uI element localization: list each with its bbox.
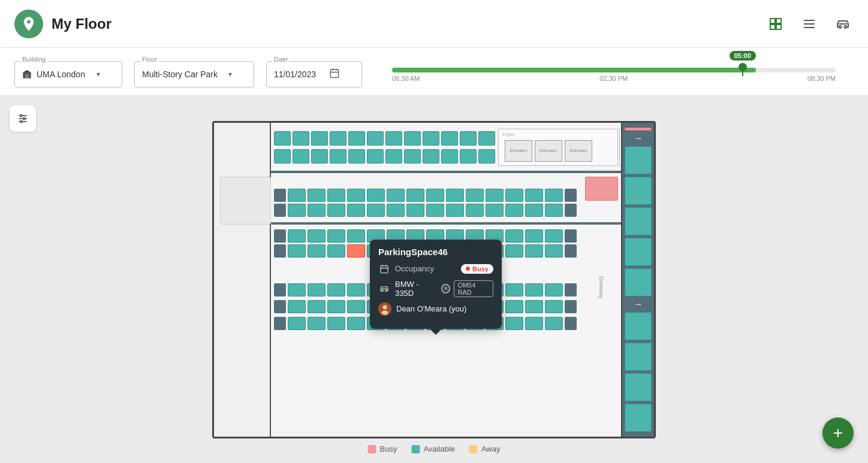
parking-space[interactable] (505, 317, 523, 330)
parking-space[interactable] (308, 244, 326, 258)
right-space[interactable] (625, 312, 652, 340)
parking-space[interactable] (293, 149, 309, 164)
parking-space-46[interactable] (347, 244, 365, 258)
parking-space[interactable] (466, 189, 484, 202)
parking-space[interactable] (426, 204, 444, 217)
parking-space[interactable] (505, 229, 523, 243)
parking-space[interactable] (545, 300, 563, 313)
parking-space[interactable] (347, 300, 365, 313)
right-space[interactable] (625, 207, 652, 235)
parking-space[interactable] (525, 300, 543, 313)
parking-space[interactable] (308, 229, 326, 243)
parking-space[interactable] (274, 149, 291, 164)
parking-space[interactable] (525, 283, 543, 296)
parking-space[interactable] (478, 131, 495, 146)
parking-space[interactable] (367, 189, 385, 202)
parking-space-busy-top[interactable] (585, 177, 618, 201)
parking-space[interactable] (348, 149, 365, 164)
right-space[interactable] (625, 373, 652, 401)
parking-space[interactable] (308, 317, 326, 330)
right-space[interactable] (625, 343, 652, 371)
parking-space[interactable] (406, 204, 424, 217)
parking-space[interactable] (347, 189, 365, 202)
parking-space[interactable] (446, 204, 464, 217)
parking-space[interactable] (347, 229, 365, 243)
parking-space[interactable] (423, 149, 439, 164)
parking-space[interactable] (347, 317, 365, 330)
parking-space[interactable] (288, 204, 306, 217)
parking-space[interactable] (406, 189, 424, 202)
parking-space[interactable] (308, 189, 326, 202)
parking-space[interactable] (274, 131, 291, 146)
parking-space[interactable] (478, 149, 495, 164)
parking-space[interactable] (505, 204, 523, 217)
parking-space[interactable] (327, 244, 345, 258)
right-space[interactable] (625, 238, 652, 266)
right-space-busy[interactable] (625, 128, 652, 131)
parking-space[interactable] (327, 283, 345, 296)
parking-space[interactable] (308, 204, 326, 217)
parking-space[interactable] (545, 283, 563, 296)
parking-space[interactable] (545, 189, 563, 202)
parking-space[interactable] (308, 283, 326, 296)
right-space[interactable] (625, 404, 652, 432)
parking-space[interactable] (327, 204, 345, 217)
parking-space[interactable] (466, 204, 484, 217)
parking-space[interactable] (330, 131, 346, 146)
parking-space[interactable] (545, 229, 563, 243)
floor-plan-icon-btn[interactable] (765, 13, 786, 35)
parking-space[interactable] (311, 131, 328, 146)
parking-space[interactable] (367, 204, 385, 217)
parking-space[interactable] (327, 189, 345, 202)
timeline[interactable]: 05:00 08:30 AM 02:30 PM 08:30 PM (374, 62, 854, 82)
floor-dropdown[interactable]: Multi-Story Car Park ▾ (134, 61, 254, 87)
parking-space[interactable] (288, 244, 306, 258)
parking-space[interactable] (426, 189, 444, 202)
right-space[interactable] (625, 177, 652, 205)
parking-space[interactable] (311, 149, 328, 164)
list-view-icon-btn[interactable] (798, 13, 820, 35)
parking-space[interactable] (385, 149, 402, 164)
parking-space[interactable] (367, 149, 384, 164)
parking-space[interactable] (423, 131, 439, 146)
parking-space[interactable] (460, 131, 477, 146)
parking-space[interactable] (505, 244, 523, 258)
parking-space[interactable] (347, 283, 365, 296)
parking-space[interactable] (327, 300, 345, 313)
parking-space[interactable] (288, 317, 306, 330)
parking-space[interactable] (327, 317, 345, 330)
parking-space[interactable] (293, 131, 309, 146)
car-icon-btn[interactable] (832, 13, 854, 35)
date-picker[interactable]: 11/01/2023 (266, 61, 362, 87)
parking-space[interactable] (404, 131, 421, 146)
parking-space[interactable] (330, 149, 346, 164)
parking-space[interactable] (308, 300, 326, 313)
parking-space[interactable] (446, 189, 464, 202)
parking-space[interactable] (545, 244, 563, 258)
parking-space[interactable] (367, 131, 384, 146)
parking-space[interactable] (545, 204, 563, 217)
parking-space[interactable] (525, 244, 543, 258)
filter-button[interactable] (10, 105, 36, 132)
parking-space[interactable] (387, 189, 405, 202)
parking-space[interactable] (327, 229, 345, 243)
parking-space[interactable] (525, 317, 543, 330)
timeline-track[interactable]: 05:00 (392, 68, 836, 72)
parking-space[interactable] (460, 149, 477, 164)
parking-space[interactable] (288, 300, 306, 313)
parking-space[interactable] (486, 189, 504, 202)
parking-space[interactable] (288, 189, 306, 202)
parking-space[interactable] (441, 149, 458, 164)
parking-space[interactable] (545, 317, 563, 330)
parking-space[interactable] (525, 229, 543, 243)
add-fab-button[interactable]: + (822, 417, 854, 449)
parking-space[interactable] (404, 149, 421, 164)
parking-space[interactable] (441, 131, 458, 146)
parking-space[interactable] (348, 131, 365, 146)
parking-space[interactable] (525, 204, 543, 217)
parking-space[interactable] (525, 189, 543, 202)
parking-space[interactable] (347, 204, 365, 217)
parking-space[interactable] (385, 131, 402, 146)
parking-space[interactable] (505, 300, 523, 313)
parking-space[interactable] (486, 204, 504, 217)
